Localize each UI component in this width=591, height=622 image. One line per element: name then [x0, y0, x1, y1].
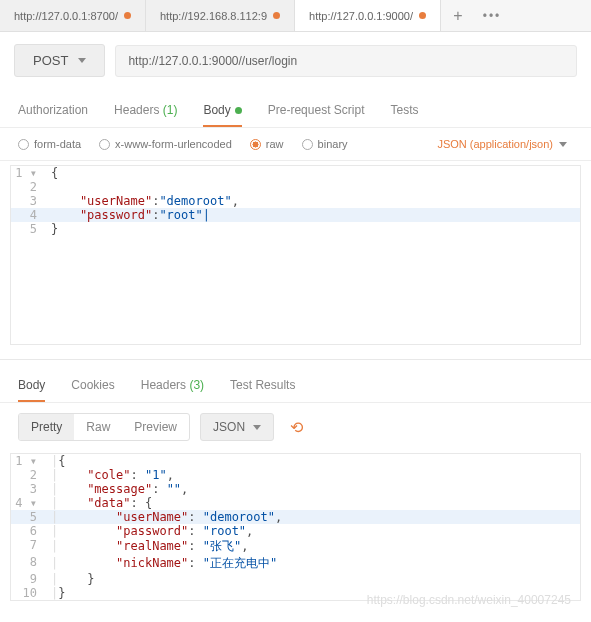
url-input[interactable]	[115, 45, 577, 77]
resp-tab-headers[interactable]: Headers (3)	[141, 370, 204, 402]
resp-tab-body[interactable]: Body	[18, 370, 45, 402]
tab-label: http://127.0.0.1:9000/	[309, 10, 413, 22]
body-type-row: form-data x-www-form-urlencoded raw bina…	[0, 128, 591, 161]
radio-icon	[99, 139, 110, 150]
tab-headers[interactable]: Headers (1)	[114, 95, 177, 127]
chevron-down-icon	[559, 142, 567, 147]
tab-3[interactable]: http://127.0.0.1:9000/	[295, 0, 441, 31]
view-mode-group: Pretty Raw Preview	[18, 413, 190, 441]
new-tab-button[interactable]: +	[441, 0, 475, 31]
body-indicator-icon	[235, 107, 242, 114]
unsaved-dot-icon	[273, 12, 280, 19]
chevron-down-icon	[78, 58, 86, 63]
resp-headers-count: (3)	[189, 378, 204, 392]
browser-tabs: http://127.0.0.1:8700/ http://192.168.8.…	[0, 0, 591, 32]
tab-body[interactable]: Body	[203, 95, 241, 127]
resp-tab-tests[interactable]: Test Results	[230, 370, 295, 402]
http-method-select[interactable]: POST	[14, 44, 105, 77]
request-body-editor[interactable]: 1 ▾{2 3 "userName":"demoroot",4 "passwor…	[10, 165, 581, 345]
view-pretty[interactable]: Pretty	[19, 414, 74, 440]
view-raw[interactable]: Raw	[74, 414, 122, 440]
tab-2[interactable]: http://192.168.8.112:9	[146, 0, 295, 31]
content-type-select[interactable]: JSON (application/json)	[437, 138, 567, 150]
http-method-label: POST	[33, 53, 68, 68]
headers-count: (1)	[163, 103, 178, 117]
tab-prerequest[interactable]: Pre-request Script	[268, 95, 365, 127]
unsaved-dot-icon	[124, 12, 131, 19]
tab-label: http://127.0.0.1:8700/	[14, 10, 118, 22]
response-controls: Pretty Raw Preview JSON ⟲	[0, 403, 591, 451]
request-tabs: Authorization Headers (1) Body Pre-reque…	[0, 89, 591, 128]
tab-overflow-button[interactable]: •••	[475, 0, 509, 31]
tab-tests[interactable]: Tests	[390, 95, 418, 127]
response-format-select[interactable]: JSON	[200, 413, 274, 441]
tab-authorization[interactable]: Authorization	[18, 95, 88, 127]
radio-icon	[18, 139, 29, 150]
response-body-viewer[interactable]: 1 ▾|{ 2 | "cole": "1", 3 | "message": ""…	[10, 453, 581, 601]
radio-icon	[250, 139, 261, 150]
unsaved-dot-icon	[419, 12, 426, 19]
resp-tab-cookies[interactable]: Cookies	[71, 370, 114, 402]
radio-raw[interactable]: raw	[250, 138, 284, 150]
wrap-lines-icon[interactable]: ⟲	[284, 414, 309, 441]
view-preview[interactable]: Preview	[122, 414, 189, 440]
radio-icon	[302, 139, 313, 150]
tab-label: http://192.168.8.112:9	[160, 10, 267, 22]
request-row: POST	[0, 32, 591, 89]
tab-1[interactable]: http://127.0.0.1:8700/	[0, 0, 146, 31]
radio-binary[interactable]: binary	[302, 138, 348, 150]
radio-xwww[interactable]: x-www-form-urlencoded	[99, 138, 232, 150]
response-tabs: Body Cookies Headers (3) Test Results	[0, 359, 591, 403]
chevron-down-icon	[253, 425, 261, 430]
radio-form-data[interactable]: form-data	[18, 138, 81, 150]
